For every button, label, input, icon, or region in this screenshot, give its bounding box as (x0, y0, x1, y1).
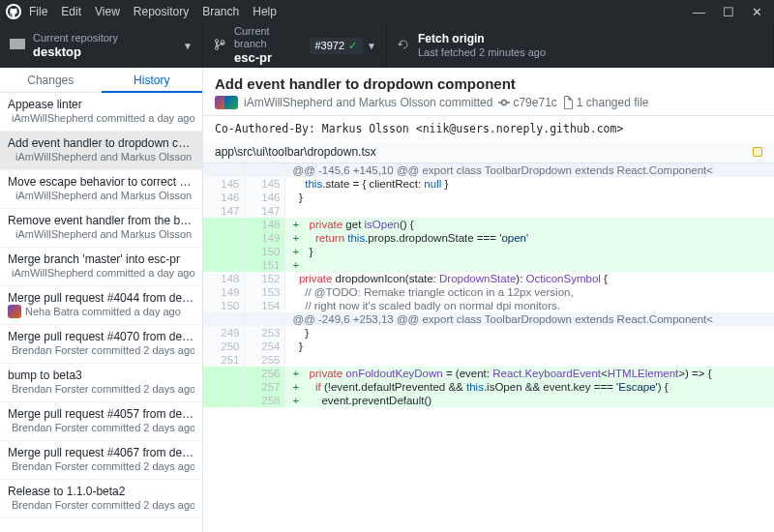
current-branch-button[interactable]: Current branch esc-pr #3972 ✓ ▼ (203, 23, 387, 68)
commit-item[interactable]: Merge pull request #4067 from desktop/…B… (0, 441, 202, 480)
commit-item-title: Merge pull request #4057 from desktop/… (8, 407, 194, 421)
computer-icon (10, 37, 25, 55)
app-menu: FileEditViewRepositoryBranchHelp (29, 5, 277, 18)
commit-item-title: Release to 1.1.0-beta2 (8, 485, 194, 498)
window-minimize-icon[interactable]: — (693, 5, 705, 19)
commit-item[interactable]: Appease linteriAmWillShepherd committed … (0, 93, 202, 132)
menu-item[interactable]: Help (253, 5, 277, 18)
diff-line: 146146 } (203, 191, 774, 204)
sidebar: Changes History Appease linteriAmWillShe… (0, 68, 203, 532)
diff-line: 148152 private dropdownIcon(state: Dropd… (203, 272, 774, 285)
diff-line: 250254 } (203, 340, 774, 353)
git-branch-icon (213, 37, 226, 55)
diff-line: 257+ if (!event.defaultPrevented && this… (203, 380, 774, 394)
commit-item-meta: iAmWillShepherd and Markus Olsson co… (8, 189, 194, 202)
commit-item-title: bump to beta3 (8, 369, 194, 382)
commit-item[interactable]: bump to beta3Brendan Forster committed 2… (0, 364, 202, 402)
repo-label: Current repository (33, 32, 118, 44)
commit-item-meta: iAmWillShepherd committed a day ago (8, 266, 194, 280)
commit-item-meta: Brendan Forster committed 2 days ago (8, 459, 194, 473)
repo-name: desktop (33, 44, 118, 60)
menu-item[interactable]: Branch (202, 5, 239, 18)
commit-item-title: Merge pull request #4070 from desktop/… (8, 330, 194, 343)
branch-name: esc-pr (234, 50, 302, 66)
commit-item-title: Add event handler to dropdown compon… (8, 136, 194, 150)
commit-header: Add event handler to dropdown component … (203, 68, 774, 116)
commit-sha: c79e71c (498, 96, 556, 109)
commit-item[interactable]: Merge pull request #4070 from desktop/…B… (0, 325, 202, 364)
commit-item[interactable]: Merge branch 'master' into esc-priAmWill… (0, 248, 202, 286)
file-path-row[interactable]: app\src\ui\toolbar\dropdown.tsx (203, 141, 774, 163)
check-icon: ✓ (348, 40, 357, 52)
commit-item[interactable]: Add event handler to dropdown compon…iAm… (0, 132, 202, 170)
diff-line: 150154 // right now it's scaled badly on… (203, 299, 774, 312)
sync-icon (397, 38, 410, 54)
chevron-down-icon: ▼ (183, 41, 193, 51)
author-avatars (215, 96, 238, 109)
commit-item-meta: Brendan Forster committed 2 days ago (8, 498, 194, 512)
diff-line: 145145 this.state = { clientRect: null } (203, 177, 774, 191)
diff-line: 151+ (203, 258, 774, 272)
menu-item[interactable]: Repository (134, 5, 189, 18)
diff-line: 148+ private get isOpen() { (203, 218, 774, 231)
commit-item-title: Appease linter (8, 98, 194, 111)
file-path: app\src\ui\toolbar\dropdown.tsx (215, 145, 376, 159)
sidebar-tabs: Changes History (0, 68, 202, 93)
commit-title: Add event handler to dropdown component (215, 75, 762, 92)
chevron-down-icon: ▼ (367, 41, 376, 51)
commit-item-title: Move escape behavior to correct compo… (8, 175, 194, 189)
tab-changes[interactable]: Changes (0, 68, 102, 92)
window-controls: — ☐ ✕ (693, 5, 768, 19)
diff-line: 149+ return this.props.dropdownState ===… (203, 231, 774, 245)
commit-item-meta: Brendan Forster committed 2 days ago (8, 421, 194, 434)
diff-line: 147147 (203, 204, 774, 218)
repo-toolbar: Current repository desktop ▼ Current bra… (0, 23, 774, 68)
commit-item-meta: iAmWillShepherd and Markus Olsson co… (8, 227, 194, 241)
commit-item[interactable]: Merge pull request #4057 from desktop/…B… (0, 402, 202, 441)
commit-item-title: Merge pull request #4044 from desktop/… (8, 291, 194, 305)
commit-icon (498, 96, 510, 109)
commit-item-meta: iAmWillShepherd committed a day ago (8, 111, 194, 125)
commit-item-meta: iAmWillShepherd and Markus Olsson co… (8, 150, 194, 163)
commit-item-title: Merge pull request #4067 from desktop/… (8, 446, 194, 459)
commit-item-title: Remove event handler from the branches… (8, 214, 194, 227)
pr-number: #3972 (315, 40, 345, 51)
commit-description: Co-Authored-By: Markus Olsson <niik@user… (203, 116, 774, 141)
diff-line: 258+ event.preventDefault() (203, 394, 774, 407)
commit-item[interactable]: Move escape behavior to correct compo…iA… (0, 170, 202, 209)
commit-item-title: Merge branch 'master' into esc-pr (8, 252, 194, 266)
window-close-icon[interactable]: ✕ (752, 5, 762, 19)
menu-item[interactable]: File (29, 5, 47, 18)
commit-item[interactable]: Remove event handler from the branches…i… (0, 209, 202, 248)
diff-line: @@ -249,6 +253,13 @@ export class Toolba… (203, 312, 774, 326)
commit-list[interactable]: Appease linteriAmWillShepherd committed … (0, 93, 202, 532)
window-maximize-icon[interactable]: ☐ (723, 5, 734, 19)
diff-viewer[interactable]: @@ -145,6 +145,10 @@ export class Toolba… (203, 163, 774, 532)
commit-item[interactable]: Release to 1.1.0-beta2Brendan Forster co… (0, 480, 202, 518)
fetch-label: Fetch origin (418, 32, 546, 45)
commit-detail: Add event handler to dropdown component … (203, 68, 774, 532)
commit-item[interactable]: Merge pull request #4044 from desktop/…N… (0, 286, 202, 325)
commit-item-meta: Brendan Forster committed 2 days ago (8, 382, 194, 396)
menu-item[interactable]: View (95, 5, 120, 18)
commit-item-meta: Neha Batra committed a day ago (8, 305, 194, 318)
diff-line: 251255 (203, 353, 774, 367)
pr-badge: #3972 ✓ (310, 38, 364, 54)
current-repository-button[interactable]: Current repository desktop ▼ (0, 23, 203, 68)
files-changed: 1 changed file (563, 96, 649, 109)
content-area: Changes History Appease linteriAmWillShe… (0, 68, 774, 532)
diff-line: 249253 } (203, 326, 774, 340)
github-logo-icon (6, 4, 21, 19)
diff-line: @@ -145,6 +145,10 @@ export class Toolba… (203, 163, 774, 177)
diff-line: 150+ } (203, 245, 774, 258)
menu-item[interactable]: Edit (61, 5, 81, 18)
file-status-modified-icon (753, 147, 762, 157)
branch-label: Current branch (234, 25, 302, 50)
diff-line: 149153 // @TODO: Remake triangle octicon… (203, 285, 774, 299)
fetch-status: Last fetched 2 minutes ago (418, 46, 546, 59)
fetch-button[interactable]: Fetch origin Last fetched 2 minutes ago (387, 23, 774, 68)
diff-line: 256+ private onFoldoutKeyDown = (event: … (203, 367, 774, 380)
titlebar: FileEditViewRepositoryBranchHelp — ☐ ✕ (0, 0, 774, 23)
commit-item-meta: Brendan Forster committed 2 days ago (8, 343, 194, 357)
tab-history[interactable]: History (102, 68, 203, 93)
